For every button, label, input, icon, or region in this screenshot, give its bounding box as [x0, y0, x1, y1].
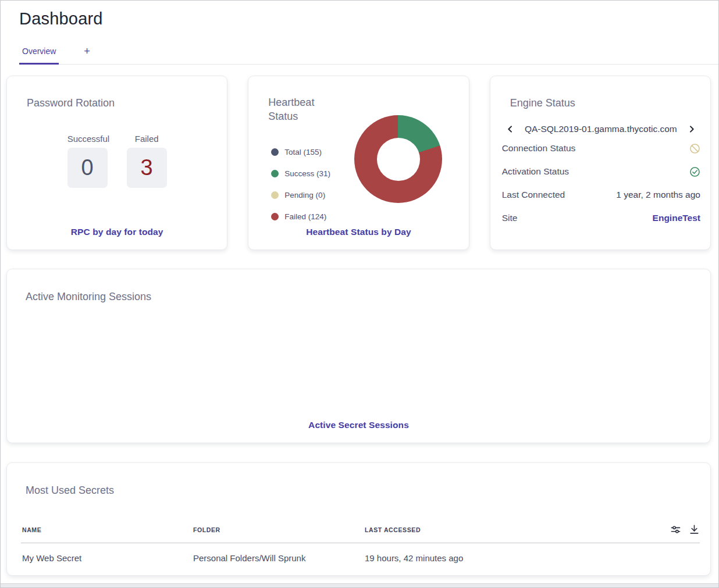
- legend-item-total: Total (155): [271, 148, 330, 156]
- secret-last-accessed-cell: 19 hours, 42 minutes ago: [365, 553, 663, 563]
- chevron-left-icon[interactable]: [506, 124, 515, 134]
- page-header: Dashboard: [1, 1, 718, 28]
- column-header-name[interactable]: NAME: [22, 526, 193, 533]
- last-connected-label: Last Connected: [502, 190, 565, 200]
- top-cards-row: Password Rotation Successful 0 Failed 3 …: [6, 76, 711, 250]
- horizontal-scrollbar[interactable]: [1, 583, 718, 587]
- secret-folder-cell: Personal Folders/Will Sprunk: [193, 553, 365, 563]
- legend-label: Failed (124): [284, 212, 326, 221]
- legend-label: Success (31): [284, 169, 330, 178]
- activation-status-row: Activation Status: [502, 160, 700, 183]
- password-rotation-title: Password Rotation: [7, 76, 227, 109]
- heartbeat-by-day-link[interactable]: Heartbeat Status by Day: [248, 227, 468, 237]
- most-used-secrets-card: Most Used Secrets NAME FOLDER LAST ACCES…: [6, 462, 711, 576]
- page-title: Dashboard: [19, 9, 700, 28]
- active-monitoring-title: Active Monitoring Sessions: [7, 269, 710, 303]
- success-dot-icon: [271, 170, 279, 177]
- connection-status-row: Connection Status: [502, 137, 700, 160]
- legend-item-failed: Failed (124): [271, 212, 330, 220]
- stat-successful-value: 0: [67, 148, 108, 188]
- last-connected-value: 1 year, 2 months ago: [616, 190, 700, 200]
- engine-status-rows: Connection Status Activation Status Last…: [490, 134, 710, 230]
- stat-failed-value: 3: [127, 148, 167, 188]
- heartbeat-status-card: Heartbeat Status Total (155) Success (31…: [248, 76, 469, 250]
- last-connected-row: Last Connected 1 year, 2 months ago: [502, 183, 700, 206]
- legend-label: Total (155): [284, 148, 322, 156]
- password-rotation-card: Password Rotation Successful 0 Failed 3 …: [6, 76, 227, 250]
- donut-hole: [377, 138, 420, 181]
- check-circle-icon: [689, 166, 700, 177]
- download-icon[interactable]: [689, 524, 700, 535]
- secret-name-cell[interactable]: My Web Secret: [22, 553, 193, 563]
- most-used-secrets-title: Most Used Secrets: [7, 463, 710, 497]
- activation-status-label: Activation Status: [502, 166, 569, 177]
- tab-bar: Overview +: [19, 45, 718, 65]
- add-tab-button[interactable]: +: [80, 45, 94, 65]
- engine-selector: QA-SQL2019-01.gamma.thycotic.com: [490, 124, 710, 134]
- total-dot-icon: [271, 148, 279, 156]
- rpc-by-day-link[interactable]: RPC by day for today: [7, 227, 227, 237]
- engine-name: QA-SQL2019-01.gamma.thycotic.com: [525, 124, 677, 134]
- stat-failed-label: Failed: [127, 134, 167, 144]
- stat-failed: Failed 3: [127, 134, 167, 188]
- table-row[interactable]: My Web Secret Personal Folders/Will Spru…: [7, 543, 710, 563]
- legend-item-success: Success (31): [271, 169, 330, 177]
- ban-icon: [689, 143, 700, 154]
- filter-sliders-icon[interactable]: [670, 524, 681, 535]
- plus-icon: +: [84, 45, 90, 57]
- legend-label: Pending (0): [284, 191, 325, 199]
- table-toolbar: [663, 524, 700, 535]
- legend-item-pending: Pending (0): [271, 191, 330, 199]
- column-header-folder[interactable]: FOLDER: [193, 526, 365, 533]
- heartbeat-status-title: Heartbeat Status: [268, 95, 326, 123]
- active-monitoring-card: Active Monitoring Sessions Active Secret…: [6, 269, 711, 443]
- password-rotation-stats: Successful 0 Failed 3: [7, 134, 227, 188]
- secrets-table-header: NAME FOLDER LAST ACCESSED: [7, 524, 710, 535]
- stat-successful-label: Successful: [67, 134, 108, 144]
- active-secret-sessions-link[interactable]: Active Secret Sessions: [7, 420, 710, 430]
- stat-successful: Successful 0: [67, 134, 108, 188]
- engine-status-title: Engine Status: [490, 76, 710, 109]
- pending-dot-icon: [271, 191, 279, 199]
- heartbeat-legend: Total (155) Success (31) Pending (0) Fai…: [271, 148, 330, 234]
- chevron-right-icon[interactable]: [687, 124, 696, 134]
- engine-status-card: Engine Status QA-SQL2019-01.gamma.thycot…: [490, 76, 711, 250]
- failed-dot-icon: [271, 213, 279, 220]
- heartbeat-donut-chart: [354, 115, 442, 203]
- tab-overview[interactable]: Overview: [19, 47, 59, 65]
- site-value-link[interactable]: EngineTest: [653, 213, 700, 223]
- site-row: Site EngineTest: [502, 206, 700, 230]
- column-header-last-accessed[interactable]: LAST ACCESSED: [365, 526, 663, 533]
- connection-status-label: Connection Status: [502, 143, 576, 154]
- site-label: Site: [502, 213, 518, 223]
